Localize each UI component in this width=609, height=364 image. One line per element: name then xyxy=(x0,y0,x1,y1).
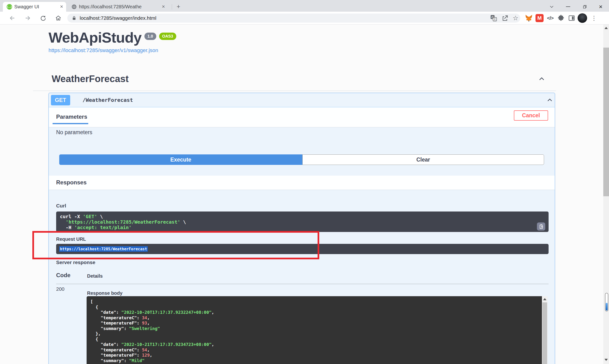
swagger-json-link[interactable]: https://localhost:7285/swagger/v1/swagge… xyxy=(49,47,158,53)
tab-parameters[interactable]: Parameters xyxy=(56,114,87,120)
tab-title: Swagger UI xyxy=(14,2,39,12)
home-icon[interactable] xyxy=(54,14,62,22)
swagger-favicon-icon: {…} xyxy=(7,4,12,10)
response-table-divider xyxy=(56,284,549,284)
svg-text:文: 文 xyxy=(493,18,496,21)
tab-title: https://localhost:7285/Weathe xyxy=(79,2,157,12)
restore-button[interactable] xyxy=(581,3,588,10)
tab-swagger-ui[interactable]: {…} Swagger UI × xyxy=(3,2,66,12)
execute-row: Execute Clear xyxy=(59,154,544,165)
scroll-indicator-fill xyxy=(606,303,608,311)
http-method-badge: GET xyxy=(51,95,70,105)
oas3-badge: OAS3 xyxy=(159,33,176,40)
response-scrollbar-thumb[interactable] xyxy=(542,302,547,364)
page-title: WebApiStudy xyxy=(49,30,142,45)
reload-icon[interactable] xyxy=(39,14,47,22)
section-collapse-chevron-icon[interactable] xyxy=(538,75,545,83)
back-icon[interactable] xyxy=(8,14,16,22)
browser-window: {…} Swagger UI × https://localhost:7285/… xyxy=(0,0,609,364)
opblock-collapse-chevron-icon[interactable] xyxy=(546,97,553,104)
tab-close-icon[interactable]: × xyxy=(59,4,65,10)
request-url-label: Request URL xyxy=(56,236,86,242)
response-body-block[interactable]: [ { "date": "2022-10-20T17:17:37.9232247… xyxy=(87,296,548,364)
code-extension-icon[interactable]: </> xyxy=(546,14,555,22)
parameters-header-band: Parameters Cancel xyxy=(49,107,555,127)
scroll-up-arrow-icon[interactable] xyxy=(543,298,546,300)
tab-close-icon[interactable]: × xyxy=(160,4,167,10)
execute-button[interactable]: Execute xyxy=(59,154,302,165)
responses-heading: Responses xyxy=(56,179,87,186)
browser-toolbar: localhost:7285/swagger/index.html G文 ☆ M… xyxy=(0,12,609,25)
request-url-block[interactable]: https://localhost:7285/WeatherForecast xyxy=(56,244,549,254)
response-body-scrollbar[interactable] xyxy=(542,296,548,364)
details-column-header: Details xyxy=(87,273,103,279)
address-bar[interactable]: localhost:7285/swagger/index.html G文 ☆ xyxy=(67,13,520,23)
status-code: 200 xyxy=(56,286,65,292)
translate-icon[interactable]: G文 xyxy=(490,14,497,22)
clear-button[interactable]: Clear xyxy=(302,154,544,165)
page-viewport: WebApiStudy 1.0 OAS3 https://localhost:7… xyxy=(0,25,609,364)
section-title: WeatherForecast xyxy=(52,74,129,84)
opblock-summary[interactable]: GET /WeatherForecast xyxy=(49,93,555,107)
address-url[interactable]: localhost:7285/swagger/index.html xyxy=(80,13,156,23)
tab-strip: {…} Swagger UI × https://localhost:7285/… xyxy=(0,0,609,12)
endpoint-path[interactable]: /WeatherForecast xyxy=(83,93,133,107)
curl-label: Curl xyxy=(56,203,66,209)
new-tab-button[interactable]: + xyxy=(175,3,182,11)
extensions-puzzle-icon[interactable] xyxy=(557,14,565,22)
page-scrollbar[interactable] xyxy=(603,25,609,364)
scroll-position-indicator xyxy=(605,293,608,312)
side-panel-icon[interactable] xyxy=(567,14,576,22)
mail-extension-icon[interactable]: M xyxy=(535,14,544,22)
tab-search-chevron-icon[interactable] xyxy=(548,3,555,10)
curl-code-block[interactable]: curl -X 'GET' \ 'https://localhost:7285/… xyxy=(56,211,549,232)
page-scroll-down-icon[interactable] xyxy=(605,359,608,361)
active-tab-underline xyxy=(52,123,88,124)
response-body-label: Response body xyxy=(87,290,123,296)
share-icon[interactable] xyxy=(502,14,509,22)
close-window-button[interactable]: × xyxy=(597,3,604,10)
response-json: [ { "date": "2022-10-20T17:17:37.9232247… xyxy=(87,296,542,364)
request-url-value[interactable]: https://localhost:7285/WeatherForecast xyxy=(59,244,148,254)
server-response-label: Server response xyxy=(56,260,95,265)
lock-icon[interactable] xyxy=(71,15,77,22)
metamask-extension-icon[interactable] xyxy=(525,14,533,22)
browser-menu-icon[interactable]: ⋮ xyxy=(590,14,598,22)
version-badge: 1.0 xyxy=(144,33,156,40)
copy-to-clipboard-icon[interactable] xyxy=(537,222,545,231)
section-divider xyxy=(33,91,556,91)
tab-separator xyxy=(172,4,172,10)
globe-icon xyxy=(71,4,77,11)
code-column-header: Code xyxy=(56,272,70,279)
get-weatherforecast-opblock: GET /WeatherForecast Parameters Cancel N… xyxy=(49,93,555,364)
bookmark-star-icon[interactable]: ☆ xyxy=(512,14,519,22)
tab-weatherforecast[interactable]: https://localhost:7285/Weathe × xyxy=(69,2,170,12)
cancel-button[interactable]: Cancel xyxy=(514,110,548,121)
curl-command: curl -X 'GET' \ 'https://localhost:7285/… xyxy=(56,211,549,233)
no-parameters-text: No parameters xyxy=(56,129,92,136)
responses-header-band: Responses xyxy=(49,176,555,190)
page-scrollbar-thumb[interactable] xyxy=(603,48,609,196)
page-scroll-up-icon[interactable] xyxy=(605,27,608,29)
forward-icon[interactable] xyxy=(24,14,32,22)
minimize-button[interactable] xyxy=(565,3,571,10)
api-info-header: WebApiStudy 1.0 OAS3 xyxy=(49,30,176,45)
profile-avatar[interactable] xyxy=(578,13,587,23)
